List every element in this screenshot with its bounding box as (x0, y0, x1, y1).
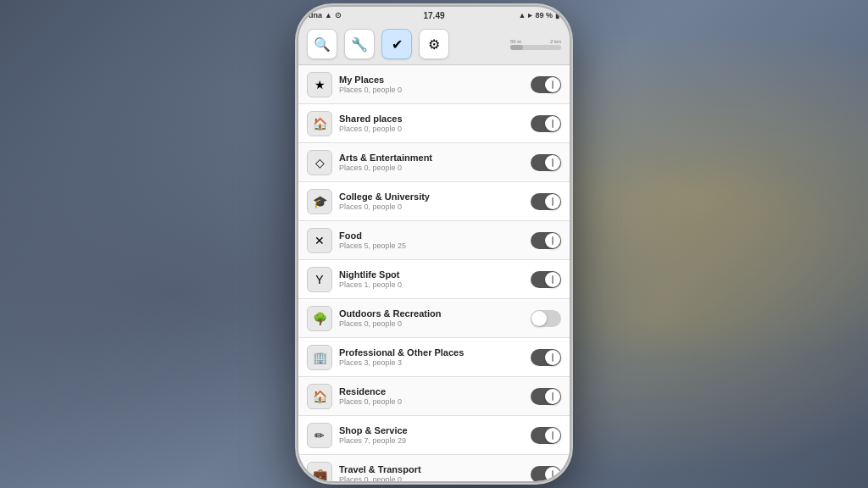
toggle-knob-travel-transport (545, 467, 560, 482)
category-title-nightlife-spot: Nightlife Spot (339, 269, 524, 280)
toggle-knob-residence (545, 389, 560, 404)
list-item: YNightlife SpotPlaces 1, people 0 (298, 260, 570, 299)
category-icon-shop-service: ✏ (307, 423, 332, 448)
settings-button[interactable]: ⚙ (419, 29, 449, 59)
category-text-my-places: My PlacesPlaces 0, people 0 (339, 74, 524, 96)
toggle-outdoors-recreation[interactable] (531, 310, 561, 327)
location-icon: ▲ (519, 11, 526, 19)
phone-screen: 🔍 🔧 ✔ ⚙ 50 m 2 km (298, 24, 570, 481)
status-bar: dna ▲ ⊙ 17.49 ▲ ▸ 89 % ▮ (298, 7, 570, 24)
tools-icon: 🔧 (351, 36, 368, 53)
category-title-residence: Residence (339, 385, 524, 397)
distance-slider[interactable] (510, 45, 561, 50)
toggle-arts-entertainment[interactable] (531, 154, 561, 171)
category-text-travel-transport: Travel & TransportPlaces 0, people 0 (339, 463, 524, 482)
toggle-food[interactable] (531, 232, 561, 249)
list-item: 🏢Professional & Other PlacesPlaces 3, pe… (298, 338, 570, 377)
list-item: ◇Arts & EntertainmentPlaces 0, people 0 (298, 143, 570, 182)
category-subtitle-residence: Places 0, people 0 (339, 397, 524, 408)
toggle-line-college-university (552, 197, 554, 206)
search-icon: 🔍 (314, 36, 331, 53)
category-icon-outdoors-recreation: 🌳 (307, 306, 332, 331)
category-subtitle-travel-transport: Places 0, people 0 (339, 475, 524, 481)
category-text-outdoors-recreation: Outdoors & RecreationPlaces 0, people 0 (339, 308, 524, 330)
search-button[interactable]: 🔍 (307, 29, 337, 59)
checkin-button[interactable]: ✔ (381, 29, 412, 59)
list-item: 🏠Shared placesPlaces 0, people 0 (298, 104, 570, 143)
toggle-knob-outdoors-recreation (531, 311, 547, 326)
list-item: 🌳Outdoors & RecreationPlaces 0, people 0 (298, 299, 570, 338)
toggle-nightlife-spot[interactable] (531, 271, 561, 288)
category-subtitle-shared-places: Places 0, people 0 (339, 125, 524, 135)
wifi-icon: ⊙ (335, 11, 342, 19)
toggle-knob-shared-places (545, 116, 560, 131)
distance-labels: 50 m 2 km (510, 39, 561, 44)
toggle-line-travel-transport (552, 470, 554, 479)
category-text-arts-entertainment: Arts & EntertainmentPlaces 0, people 0 (339, 152, 524, 174)
toggle-knob-shop-service (545, 428, 560, 443)
toggle-college-university[interactable] (531, 193, 561, 210)
toggle-my-places[interactable] (531, 76, 561, 93)
category-title-food: Food (339, 230, 524, 241)
category-icon-shared-places: 🏠 (307, 111, 332, 136)
toggle-line-food (552, 236, 554, 245)
settings-icon: ⚙ (428, 36, 440, 53)
signal-icon: ▲ (325, 11, 332, 19)
category-subtitle-college-university: Places 0, people 0 (339, 202, 524, 213)
toggle-travel-transport[interactable] (531, 466, 561, 482)
toggle-knob-my-places (545, 77, 560, 92)
category-subtitle-arts-entertainment: Places 0, people 0 (339, 164, 524, 174)
category-title-shop-service: Shop & Service (339, 424, 524, 436)
toggle-line-professional-other-places (552, 353, 554, 362)
category-text-residence: ResidencePlaces 0, people 0 (339, 385, 524, 408)
toggle-knob-food (545, 233, 560, 248)
category-icon-residence: 🏠 (307, 384, 332, 409)
category-title-outdoors-recreation: Outdoors & Recreation (339, 308, 524, 319)
toggle-knob-nightlife-spot (545, 272, 560, 287)
status-right: ▲ ▸ 89 % ▮ (519, 11, 559, 19)
distance-near-label: 50 m (510, 39, 521, 44)
list-item: 🏠ResidencePlaces 0, people 0 (298, 377, 570, 416)
tools-button[interactable]: 🔧 (344, 29, 375, 59)
category-title-shared-places: Shared places (339, 113, 524, 125)
category-title-my-places: My Places (339, 74, 524, 86)
category-title-professional-other-places: Professional & Other Places (339, 347, 524, 358)
time-display: 17.49 (423, 11, 444, 20)
category-subtitle-food: Places 5, people 25 (339, 241, 524, 252)
toolbar: 🔍 🔧 ✔ ⚙ 50 m 2 km (298, 24, 570, 65)
category-title-arts-entertainment: Arts & Entertainment (339, 152, 524, 164)
toggle-line-residence (552, 392, 554, 401)
category-text-professional-other-places: Professional & Other PlacesPlaces 3, peo… (339, 347, 524, 369)
toggle-shared-places[interactable] (531, 115, 561, 132)
category-icon-nightlife-spot: Y (307, 267, 332, 292)
list-item: ✕FoodPlaces 5, people 25 (298, 221, 570, 260)
status-left: dna ▲ ⊙ (309, 11, 342, 19)
bluetooth-icon: ▸ (528, 11, 532, 19)
category-icon-food: ✕ (307, 228, 332, 253)
category-subtitle-nightlife-spot: Places 1, people 0 (339, 280, 524, 291)
category-list: ★My PlacesPlaces 0, people 0🏠Shared plac… (298, 65, 570, 481)
category-icon-arts-entertainment: ◇ (307, 150, 332, 175)
category-title-travel-transport: Travel & Transport (339, 463, 524, 475)
category-text-college-university: College & UniversityPlaces 0, people 0 (339, 191, 524, 213)
distance-widget[interactable]: 50 m 2 km (510, 39, 561, 50)
category-icon-professional-other-places: 🏢 (307, 345, 332, 370)
category-subtitle-outdoors-recreation: Places 0, people 0 (339, 319, 524, 330)
list-item: 🎓College & UniversityPlaces 0, people 0 (298, 182, 570, 221)
category-subtitle-my-places: Places 0, people 0 (339, 86, 524, 96)
toggle-knob-arts-entertainment (545, 155, 560, 170)
toggle-shop-service[interactable] (531, 427, 561, 444)
category-icon-college-university: 🎓 (307, 189, 332, 214)
category-subtitle-professional-other-places: Places 3, people 3 (339, 358, 524, 369)
toggle-residence[interactable] (531, 388, 561, 405)
toggle-line-shop-service (552, 431, 554, 440)
phone-frame: dna ▲ ⊙ 17.49 ▲ ▸ 89 % ▮ 🔍 🔧 ✔ ⚙ (298, 7, 570, 481)
distance-slider-fill (510, 45, 523, 50)
list-item: ★My PlacesPlaces 0, people 0 (298, 65, 570, 104)
toggle-professional-other-places[interactable] (531, 349, 561, 366)
category-text-food: FoodPlaces 5, people 25 (339, 230, 524, 252)
toggle-line-arts-entertainment (552, 158, 554, 167)
category-title-college-university: College & University (339, 191, 524, 202)
toggle-line-shared-places (552, 119, 554, 128)
category-text-shared-places: Shared placesPlaces 0, people 0 (339, 113, 524, 135)
